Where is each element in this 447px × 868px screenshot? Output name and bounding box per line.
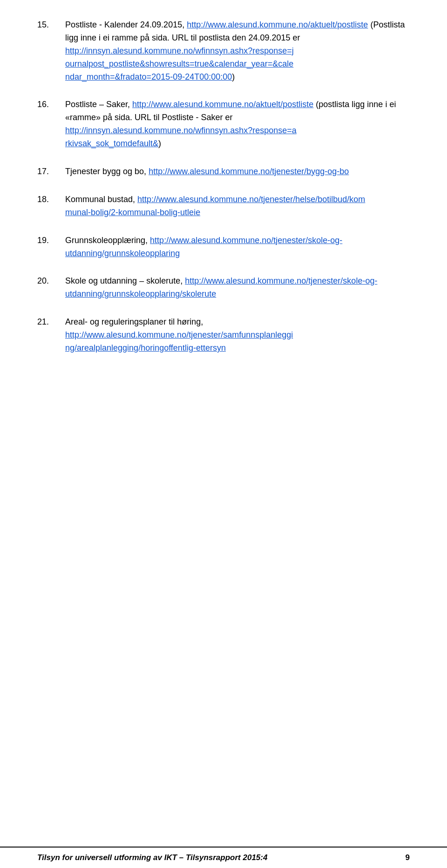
footer-title: Tilsyn for universell utforming av IKT –…: [37, 853, 267, 862]
item-body: Areal- og reguleringsplaner til høring, …: [65, 316, 410, 355]
item-body: Tjenester bygg og bo, http://www.alesund…: [65, 165, 410, 178]
footer-page: 9: [406, 853, 410, 862]
link-postliste-kalender[interactable]: http://www.alesund.kommune.no/aktuelt/po…: [187, 20, 368, 29]
list-item: 17. Tjenester bygg og bo, http://www.ale…: [37, 165, 410, 178]
item-body: Grunnskoleopplæring, http://www.alesund.…: [65, 234, 410, 260]
list-item: 15. Postliste - Kalender 24.09.2015, htt…: [37, 19, 410, 83]
link-bygg-og-bo[interactable]: http://www.alesund.kommune.no/tjenester/…: [149, 167, 349, 176]
list-item: 20. Skole og utdanning – skolerute, http…: [37, 275, 410, 301]
list-item: 18. Kommunal bustad, http://www.alesund.…: [37, 193, 410, 219]
item-number: 16.: [37, 98, 65, 150]
list-item: 19. Grunnskoleopplæring, http://www.ales…: [37, 234, 410, 260]
link-postliste-kalender-url[interactable]: http://innsyn.alesund.kommune.no/wfinnsy…: [65, 46, 294, 81]
list-item: 21. Areal- og reguleringsplaner til høri…: [37, 316, 410, 355]
link-postliste-saker-url[interactable]: http://innsyn.alesund.kommune.no/wfinnsy…: [65, 126, 297, 148]
item-body: Skole og utdanning – skolerute, http://w…: [65, 275, 410, 301]
item-number: 20.: [37, 275, 65, 301]
link-arealplanlegging[interactable]: http://www.alesund.kommune.no/tjenester/…: [65, 330, 293, 353]
link-grunnskoleopplaering[interactable]: http://www.alesund.kommune.no/tjenester/…: [65, 236, 342, 258]
link-skolerute[interactable]: http://www.alesund.kommune.no/tjenester/…: [65, 276, 377, 298]
item-number: 21.: [37, 316, 65, 355]
item-number: 19.: [37, 234, 65, 260]
list-item: 16. Postliste – Saker, http://www.alesun…: [37, 98, 410, 150]
item-number: 17.: [37, 165, 65, 178]
link-postliste-saker[interactable]: http://www.alesund.kommune.no/aktuelt/po…: [132, 100, 313, 109]
item-body: Postliste - Kalender 24.09.2015, http://…: [65, 19, 410, 83]
footer: Tilsyn for universell utforming av IKT –…: [0, 847, 447, 868]
link-kommunal-bustad[interactable]: http://www.alesund.kommune.no/tjenester/…: [65, 195, 365, 217]
page-content: 15. Postliste - Kalender 24.09.2015, htt…: [37, 19, 410, 355]
item-number: 18.: [37, 193, 65, 219]
item-number: 15.: [37, 19, 65, 83]
item-body: Postliste – Saker, http://www.alesund.ko…: [65, 98, 410, 150]
item-body: Kommunal bustad, http://www.alesund.komm…: [65, 193, 410, 219]
